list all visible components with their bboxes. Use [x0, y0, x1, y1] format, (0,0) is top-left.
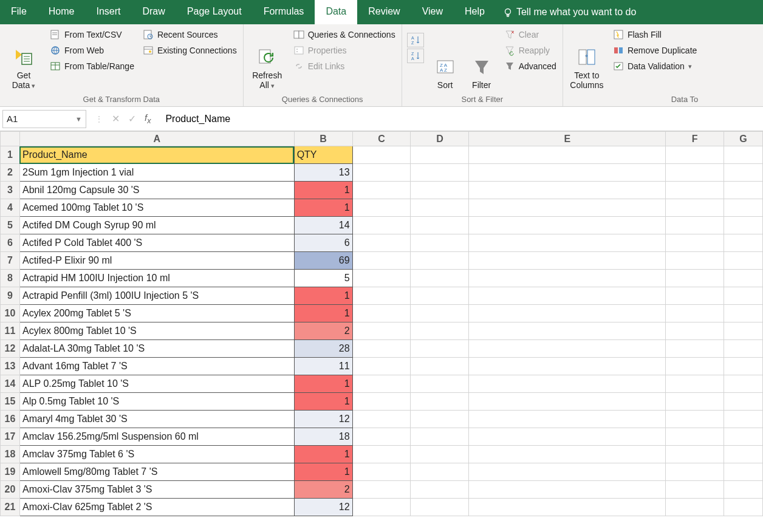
cell-C21[interactable]	[352, 499, 411, 516]
column-header-D[interactable]: D	[411, 132, 469, 146]
cell-A17[interactable]: Amclav 156.25mg/5ml Suspension 60 ml	[19, 428, 294, 446]
cell-G13[interactable]	[724, 358, 762, 375]
cell-G5[interactable]	[724, 217, 762, 234]
cell-D4[interactable]	[411, 199, 469, 217]
row-header-5[interactable]: 5	[1, 217, 20, 234]
cell-B6[interactable]: 6	[294, 234, 352, 252]
cancel-formula-button[interactable]: ✕	[112, 113, 120, 124]
cell-A12[interactable]: Adalat-LA 30mg Tablet 10 'S	[19, 340, 294, 358]
cell-C16[interactable]	[352, 411, 411, 428]
cell-C18[interactable]	[352, 446, 411, 463]
cell-F2[interactable]	[666, 164, 724, 182]
row-header-7[interactable]: 7	[1, 252, 20, 270]
cell-G17[interactable]	[724, 428, 762, 446]
spreadsheet-grid[interactable]: ABCDEFG1Product_NameQTY22Sum 1gm Injecti…	[0, 131, 763, 516]
cell-C20[interactable]	[352, 481, 411, 499]
cell-B4[interactable]: 1	[294, 199, 352, 217]
cell-G20[interactable]	[724, 481, 762, 499]
row-header-18[interactable]: 18	[1, 446, 20, 463]
cell-C1[interactable]	[352, 146, 411, 164]
cell-C6[interactable]	[352, 234, 411, 252]
cell-C4[interactable]	[352, 199, 411, 217]
cell-B5[interactable]: 14	[294, 217, 352, 234]
cell-F15[interactable]	[666, 393, 724, 411]
cell-E4[interactable]	[469, 199, 666, 217]
refresh-all-button[interactable]: Refresh All	[248, 28, 286, 92]
cell-D13[interactable]	[411, 358, 469, 375]
cell-E11[interactable]	[469, 322, 666, 340]
cell-B15[interactable]: 1	[294, 393, 352, 411]
cell-D21[interactable]	[411, 499, 469, 516]
formula-input[interactable]	[157, 110, 763, 128]
cell-C17[interactable]	[352, 428, 411, 446]
row-header-21[interactable]: 21	[1, 499, 20, 516]
cell-D19[interactable]	[411, 463, 469, 481]
cell-F6[interactable]	[666, 234, 724, 252]
cell-G14[interactable]	[724, 375, 762, 393]
cell-D6[interactable]	[411, 234, 469, 252]
row-header-10[interactable]: 10	[1, 305, 20, 322]
cell-G12[interactable]	[724, 340, 762, 358]
row-header-1[interactable]: 1	[1, 146, 20, 164]
cell-G15[interactable]	[724, 393, 762, 411]
cell-C5[interactable]	[352, 217, 411, 234]
tab-insert[interactable]: Insert	[85, 0, 131, 24]
cell-B17[interactable]: 18	[294, 428, 352, 446]
cell-C13[interactable]	[352, 358, 411, 375]
row-header-20[interactable]: 20	[1, 481, 20, 499]
cell-A2[interactable]: 2Sum 1gm Injection 1 vial	[19, 164, 294, 182]
cell-B7[interactable]: 69	[294, 252, 352, 270]
cell-E13[interactable]	[469, 358, 666, 375]
cell-G3[interactable]	[724, 182, 762, 199]
cell-B8[interactable]: 5	[294, 270, 352, 287]
cell-D17[interactable]	[411, 428, 469, 446]
cell-C3[interactable]	[352, 182, 411, 199]
cell-D2[interactable]	[411, 164, 469, 182]
cell-B2[interactable]: 13	[294, 164, 352, 182]
tab-page-layout[interactable]: Page Layout	[176, 0, 253, 24]
sort-ascending-button[interactable]: AZ	[407, 33, 424, 47]
cell-A13[interactable]: Advant 16mg Tablet 7 'S	[19, 358, 294, 375]
cell-E15[interactable]	[469, 393, 666, 411]
cell-C19[interactable]	[352, 463, 411, 481]
confirm-formula-button[interactable]: ✓	[128, 113, 136, 124]
name-box-dropdown-icon[interactable]: ▼	[75, 115, 82, 123]
row-header-11[interactable]: 11	[1, 322, 20, 340]
cell-E19[interactable]	[469, 463, 666, 481]
cell-E5[interactable]	[469, 217, 666, 234]
cell-B20[interactable]: 2	[294, 481, 352, 499]
cell-E21[interactable]	[469, 499, 666, 516]
tell-me-box[interactable]: Tell me what you want to do	[496, 0, 643, 24]
cell-A5[interactable]: Actifed DM Cough Syrup 90 ml	[19, 217, 294, 234]
cell-E8[interactable]	[469, 270, 666, 287]
column-header-A[interactable]: A	[19, 132, 294, 146]
cell-F11[interactable]	[666, 322, 724, 340]
cell-E7[interactable]	[469, 252, 666, 270]
cell-E18[interactable]	[469, 446, 666, 463]
cell-A1[interactable]: Product_Name	[19, 146, 294, 164]
cell-D14[interactable]	[411, 375, 469, 393]
row-header-8[interactable]: 8	[1, 270, 20, 287]
cell-B13[interactable]: 11	[294, 358, 352, 375]
cell-D18[interactable]	[411, 446, 469, 463]
cell-E6[interactable]	[469, 234, 666, 252]
fx-icon[interactable]: fx	[145, 112, 151, 125]
cell-F19[interactable]	[666, 463, 724, 481]
cell-F5[interactable]	[666, 217, 724, 234]
row-header-9[interactable]: 9	[1, 287, 20, 305]
cell-F21[interactable]	[666, 499, 724, 516]
cell-F16[interactable]	[666, 411, 724, 428]
column-header-C[interactable]: C	[352, 132, 411, 146]
cell-E20[interactable]	[469, 481, 666, 499]
cell-F10[interactable]	[666, 305, 724, 322]
cell-C7[interactable]	[352, 252, 411, 270]
cell-E9[interactable]	[469, 287, 666, 305]
cell-F1[interactable]	[666, 146, 724, 164]
cell-E2[interactable]	[469, 164, 666, 182]
cell-E1[interactable]	[469, 146, 666, 164]
cell-C9[interactable]	[352, 287, 411, 305]
from-table-range-button[interactable]: From Table/Range	[49, 60, 135, 73]
cell-B9[interactable]: 1	[294, 287, 352, 305]
cell-B10[interactable]: 1	[294, 305, 352, 322]
cell-F4[interactable]	[666, 199, 724, 217]
